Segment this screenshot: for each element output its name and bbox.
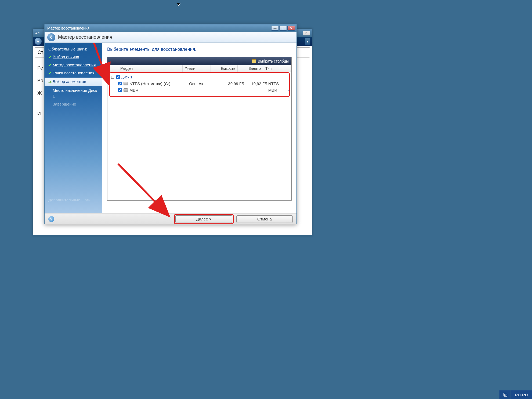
next-button-highlight: Далее > [174, 214, 234, 224]
sidebar-step-point[interactable]: ✔ Точка восстановления [45, 69, 102, 77]
sidebar-heading: Обязательные шаги: [45, 45, 102, 53]
wizard-title: Мастер восстановления [46, 26, 271, 30]
columns-icon [252, 59, 256, 63]
sidebar-step-method[interactable]: ✔ Метод восстановления [45, 61, 102, 69]
back-arrow-icon [49, 35, 53, 39]
col-used[interactable]: Занято [238, 65, 263, 72]
disk-group-label: Диск 1 [121, 75, 132, 79]
partition-type: MBR [268, 88, 283, 92]
wizard-footer: ? Далее > Отмена [45, 213, 296, 224]
col-checkbox[interactable] [107, 65, 118, 72]
bg-dropdown-icon[interactable]: ▾ [305, 38, 310, 45]
partition-flags: Осн.,Акт. [189, 81, 217, 86]
main-title: Выберите элементы для восстановления. [107, 47, 292, 52]
check-icon: ✔ [48, 71, 53, 75]
partition-name: NTFS (Нет метки) (C:) [129, 81, 189, 86]
wizard-header-title: Мастер восстановления [58, 34, 112, 40]
partition-name: MBR [129, 88, 189, 92]
collapse-icon[interactable]: − [111, 76, 114, 79]
partition-checkbox[interactable] [118, 82, 122, 85]
recovery-wizard-window: Мастер восстановления — ☐ ✕ Мастер восст… [44, 24, 297, 224]
partition-row-ntfs[interactable]: NTFS (Нет метки) (C:) Осн.,Акт. 39,99 ГБ… [107, 80, 291, 87]
partition-row-mbr[interactable]: MBR MBR [107, 87, 291, 93]
back-button[interactable] [47, 33, 55, 41]
check-icon: ✔ [48, 55, 53, 59]
list-toolbar: Выбрать столбцы [107, 57, 291, 65]
partition-checkbox[interactable] [118, 88, 122, 92]
next-button[interactable]: Далее > [175, 215, 232, 223]
sidebar-step-elements[interactable]: ➔ Выбор элементов [45, 78, 102, 86]
wizard-titlebar[interactable]: Мастер восстановления — ☐ ✕ [45, 24, 296, 32]
minimize-button[interactable]: — [271, 26, 279, 31]
cancel-button[interactable]: Отмена [236, 215, 293, 223]
maximize-button[interactable]: ☐ [279, 26, 287, 31]
list-content: − Диск 1 NTFS (Нет метки) (C:) Осн.,Акт.… [107, 72, 291, 95]
current-arrow-icon: ➔ [48, 80, 53, 85]
col-type[interactable]: Тип [263, 65, 279, 72]
list-header: Раздел Флаги Емкость Занято Тип [107, 65, 291, 72]
bg-tab-0: Ст [38, 50, 43, 55]
drive-icon [124, 82, 128, 85]
col-capacity[interactable]: Емкость [211, 65, 238, 72]
wizard-header: Мастер восстановления [45, 32, 296, 43]
col-partition[interactable]: Раздел [118, 65, 183, 72]
check-icon: ✔ [48, 63, 53, 67]
wizard-sidebar: Обязательные шаги: ✔ Выбор архива ✔ Мето… [45, 43, 102, 213]
bg-window-title: Ac [35, 31, 39, 35]
close-button[interactable]: ✕ [287, 26, 295, 31]
partition-capacity: 39,99 ГБ [217, 81, 244, 86]
bg-close-button[interactable]: ✕ [303, 31, 310, 35]
scroll-up-icon[interactable]: ▴ [288, 88, 291, 91]
partition-used: 19,92 ГБ [244, 81, 268, 86]
sidebar-step-archive[interactable]: ✔ Выбор архива [45, 53, 102, 61]
disk-checkbox[interactable] [116, 75, 120, 79]
group-divider [135, 77, 291, 77]
sidebar-optional-heading: Дополнительные шаги: [48, 197, 92, 203]
help-button[interactable]: ? [48, 216, 54, 222]
mouse-cursor-icon: ➤ [175, 0, 182, 8]
sidebar-step-finish: Завершение [45, 100, 102, 108]
wizard-main-panel: Выберите элементы для восстановления. Вы… [102, 43, 296, 213]
col-flags[interactable]: Флаги [183, 65, 211, 72]
drive-icon [124, 88, 128, 92]
partition-list: Выбрать столбцы Раздел Флаги Емкость Зан… [107, 57, 292, 201]
bg-back-icon[interactable]: ◄ [35, 38, 42, 45]
sidebar-step-destination[interactable]: Место назначения Диск 1 [45, 86, 102, 100]
partition-type: NTFS [268, 81, 283, 86]
choose-columns-button[interactable]: Выбрать столбцы [252, 59, 289, 63]
disk-group-row[interactable]: − Диск 1 [107, 74, 291, 80]
